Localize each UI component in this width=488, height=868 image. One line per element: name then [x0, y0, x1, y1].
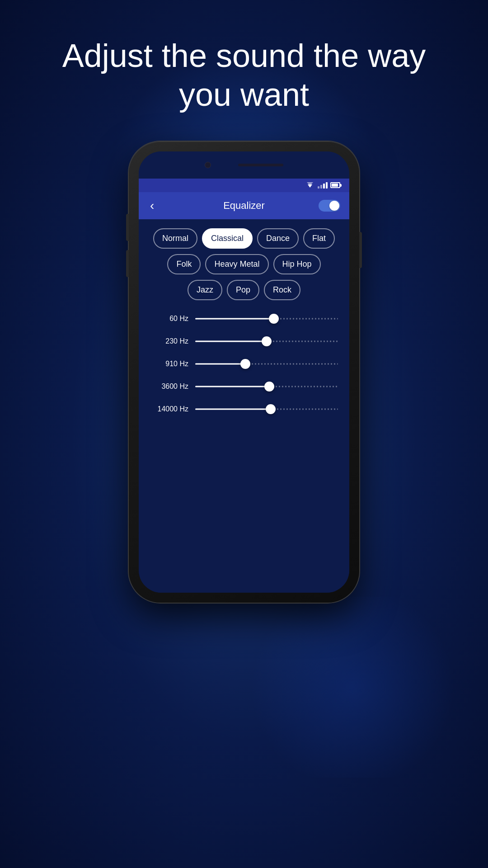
presets-row-3: Jazz Pop Rock — [188, 280, 300, 300]
preset-rock[interactable]: Rock — [264, 280, 300, 300]
slider-row-3600hz: 3600 Hz — [150, 382, 338, 392]
screen-content: Normal Classical Dance Flat Folk Heavy M… — [139, 219, 349, 593]
phone-camera-area — [139, 151, 349, 179]
slider-label-60hz: 60 Hz — [150, 315, 188, 323]
thumb-910hz[interactable] — [240, 359, 250, 369]
toggle-knob — [329, 201, 339, 211]
preset-flat[interactable]: Flat — [303, 228, 335, 249]
preset-dance[interactable]: Dance — [257, 228, 299, 249]
slider-230hz[interactable] — [195, 336, 338, 346]
thumb-230hz[interactable] — [262, 336, 272, 346]
preset-pop[interactable]: Pop — [227, 280, 259, 300]
slider-label-3600hz: 3600 Hz — [150, 382, 188, 391]
presets-row-1: Normal Classical Dance Flat — [153, 228, 335, 249]
phone-mockup: ‹ Equalizer Normal Classical Dance Flat … — [129, 142, 359, 603]
equalizer-toggle[interactable] — [319, 200, 340, 212]
slider-910hz[interactable] — [195, 359, 338, 369]
slider-row-230hz: 230 Hz — [150, 336, 338, 346]
phone-screen: ‹ Equalizer Normal Classical Dance Flat … — [139, 151, 349, 593]
preset-jazz[interactable]: Jazz — [188, 280, 222, 300]
slider-14000hz[interactable] — [195, 404, 338, 414]
sliders-container: 60 Hz 230 Hz — [145, 314, 343, 414]
preset-classical[interactable]: Classical — [202, 228, 253, 249]
slider-3600hz[interactable] — [195, 382, 338, 392]
preset-normal[interactable]: Normal — [153, 228, 197, 249]
back-button[interactable]: ‹ — [148, 196, 156, 215]
slider-row-60hz: 60 Hz — [150, 314, 338, 324]
slider-label-910hz: 910 Hz — [150, 360, 188, 368]
slider-row-14000hz: 14000 Hz — [150, 404, 338, 414]
thumb-14000hz[interactable] — [266, 404, 276, 414]
app-header: ‹ Equalizer — [139, 192, 349, 219]
preset-folk[interactable]: Folk — [167, 254, 201, 274]
battery-icon — [330, 182, 340, 188]
preset-hip-hop[interactable]: Hip Hop — [273, 254, 321, 274]
preset-heavy-metal[interactable]: Heavy Metal — [205, 254, 268, 274]
slider-60hz[interactable] — [195, 314, 338, 324]
slider-label-230hz: 230 Hz — [150, 337, 188, 345]
status-bar — [139, 179, 349, 192]
speaker-grille — [238, 164, 283, 166]
camera-icon — [205, 162, 211, 168]
presets-row-2: Folk Heavy Metal Hip Hop — [167, 254, 320, 274]
slider-label-14000hz: 14000 Hz — [150, 405, 188, 413]
thumb-60hz[interactable] — [269, 314, 279, 324]
wifi-icon — [305, 182, 315, 189]
signal-icon — [318, 182, 328, 189]
presets-container: Normal Classical Dance Flat Folk Heavy M… — [145, 228, 343, 300]
slider-row-910hz: 910 Hz — [150, 359, 338, 369]
page-title: Adjust the sound the way you want — [26, 36, 462, 114]
header-title: Equalizer — [223, 200, 265, 212]
thumb-3600hz[interactable] — [264, 382, 274, 392]
